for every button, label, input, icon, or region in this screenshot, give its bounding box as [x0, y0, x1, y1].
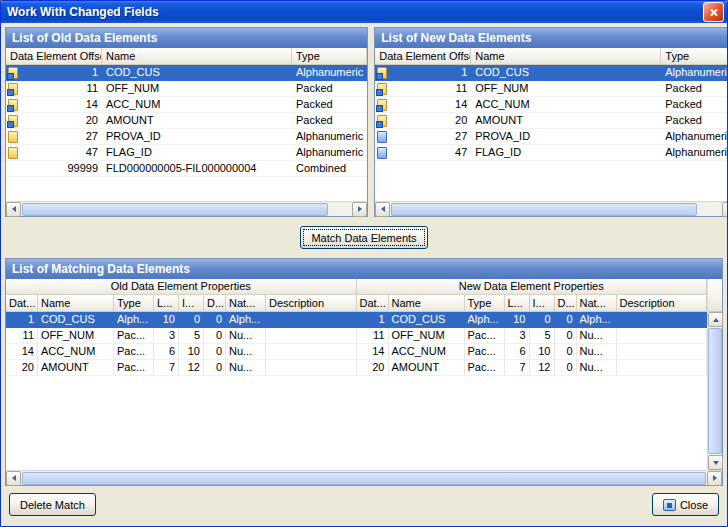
old-col-header-2[interactable]: Type: [114, 295, 154, 311]
old-col-header-4[interactable]: I...: [179, 295, 204, 311]
new-properties-half: 20AMOUNTPac...7120Nu...: [357, 360, 708, 375]
key-field-icon: [377, 99, 387, 111]
delete-match-button[interactable]: Delete Match: [9, 493, 96, 516]
new-col-name[interactable]: Name: [471, 48, 661, 64]
matching-panel-title: List of Matching Data Elements: [6, 259, 722, 279]
offset-cell: 1: [375, 65, 471, 80]
type-cell: Alphanumeric: [661, 129, 728, 144]
new-properties-half: 1COD_CUSAlph...1000Alph...: [357, 312, 708, 327]
old-name-cell: ACC_NUM: [38, 344, 114, 359]
old-col-offset[interactable]: Data Element Offset: [6, 48, 102, 64]
old-i-cell: 10: [179, 344, 204, 359]
matching-vertical-scrollbar[interactable]: [707, 279, 722, 470]
offset-value: 20: [86, 113, 98, 128]
new-list-row[interactable]: 27PROVA_IDAlphanumeric: [375, 129, 728, 145]
new-data-elements-panel: List of New Data Elements Data Element O…: [374, 27, 728, 217]
old-nat-cell: Nu...: [226, 328, 266, 343]
type-cell: Alphanumeric: [292, 145, 367, 160]
scroll-left-button[interactable]: [6, 471, 21, 486]
close-window-button[interactable]: [703, 2, 724, 22]
scroll-thumb[interactable]: [708, 328, 722, 454]
old-list-row[interactable]: 20AMOUNTPacked: [6, 113, 367, 129]
old-list-row[interactable]: 11OFF_NUMPacked: [6, 81, 367, 97]
scroll-left-button[interactable]: [375, 202, 390, 217]
old-col-header-3[interactable]: L...: [154, 295, 179, 311]
new-col-header-3[interactable]: L...: [505, 295, 530, 311]
new-col-header-0[interactable]: Dat...: [357, 295, 389, 311]
new-col-header-5[interactable]: D...: [555, 295, 577, 311]
old-col-header-7[interactable]: Description: [266, 295, 357, 311]
old-i-cell: 5: [179, 328, 204, 343]
scroll-left-button[interactable]: [6, 202, 21, 217]
scroll-thumb[interactable]: [391, 203, 697, 216]
new-list-row[interactable]: 1COD_CUSAlphanumeric: [375, 65, 728, 81]
old-list-row[interactable]: 1COD_CUSAlphanumeric: [6, 65, 367, 81]
new-col-header-7[interactable]: Description: [617, 295, 708, 311]
name-cell: PROVA_ID: [102, 129, 292, 144]
new-col-header-1[interactable]: Name: [389, 295, 465, 311]
offset-value: 27: [86, 129, 98, 144]
matching-data-elements-panel: List of Matching Data Elements Old Data …: [5, 258, 723, 486]
old-dat-cell: 1: [6, 312, 38, 327]
scroll-down-button[interactable]: [708, 455, 723, 470]
new-horizontal-scrollbar[interactable]: [375, 201, 728, 216]
scrollbar-header-filler: [708, 279, 722, 312]
old-col-header-6[interactable]: Nat...: [226, 295, 266, 311]
matching-row[interactable]: 1COD_CUSAlph...1000Alph...1COD_CUSAlph..…: [6, 312, 707, 328]
old-desc-cell: [266, 312, 357, 327]
scroll-thumb[interactable]: [22, 472, 706, 485]
new-col-type[interactable]: Type: [661, 48, 728, 64]
old-list-row[interactable]: 47FLAG_IDAlphanumeric: [6, 145, 367, 161]
name-cell: AMOUNT: [471, 113, 661, 128]
old-col-name[interactable]: Name: [102, 48, 292, 64]
old-list-row[interactable]: 14ACC_NUMPacked: [6, 97, 367, 113]
new-l-cell: 6: [505, 344, 530, 359]
new-nat-cell: Alph...: [577, 312, 617, 327]
scroll-right-button[interactable]: [722, 202, 728, 217]
field-new-icon: [377, 131, 387, 143]
new-col-header-6[interactable]: Nat...: [577, 295, 617, 311]
new-col-header-2[interactable]: Type: [465, 295, 505, 311]
scroll-right-button[interactable]: [352, 202, 367, 217]
new-list-header: Data Element Offset Name Type: [375, 48, 728, 65]
new-list-row[interactable]: 11OFF_NUMPacked: [375, 81, 728, 97]
old-properties-group-header: Old Data Element Properties: [6, 279, 357, 294]
new-list-row[interactable]: 47FLAG_IDAlphanumeric: [375, 145, 728, 161]
matching-row[interactable]: 14ACC_NUMPac...6100Nu...14ACC_NUMPac...6…: [6, 344, 707, 360]
old-horizontal-scrollbar[interactable]: [6, 201, 367, 216]
old-nat-cell: Nu...: [226, 344, 266, 359]
old-col-header-5[interactable]: D...: [204, 295, 226, 311]
title-bar[interactable]: Work With Changed Fields: [1, 1, 727, 23]
new-list-row[interactable]: 14ACC_NUMPacked: [375, 97, 728, 113]
old-desc-cell: [266, 360, 357, 375]
old-type-cell: Alph...: [114, 312, 154, 327]
match-data-elements-button[interactable]: Match Data Elements: [300, 226, 427, 249]
old-col-type[interactable]: Type: [292, 48, 367, 64]
scroll-thumb[interactable]: [22, 203, 328, 216]
new-list-row[interactable]: 20AMOUNTPacked: [375, 113, 728, 129]
name-cell: OFF_NUM: [102, 81, 292, 96]
scroll-right-button[interactable]: [707, 471, 722, 486]
footer: Delete Match Close: [5, 489, 723, 522]
new-properties-half: 11OFF_NUMPac...350Nu...: [357, 328, 708, 343]
key-field-icon: [8, 99, 18, 111]
matching-row[interactable]: 20AMOUNTPac...7120Nu...20AMOUNTPac...712…: [6, 360, 707, 376]
matching-row[interactable]: 11OFF_NUMPac...350Nu...11OFF_NUMPac...35…: [6, 328, 707, 344]
new-name-cell: AMOUNT: [389, 360, 465, 375]
new-col-header-4[interactable]: I...: [530, 295, 555, 311]
close-button[interactable]: Close: [652, 493, 719, 516]
old-name-cell: OFF_NUM: [38, 328, 114, 343]
offset-cell: 14: [375, 97, 471, 112]
new-col-offset[interactable]: Data Element Offset: [375, 48, 471, 64]
offset-value: 11: [456, 81, 467, 96]
old-list-row[interactable]: 99999FLD000000005-FIL000000004Combined: [6, 161, 367, 177]
old-list-header: Data Element Offset Name Type: [6, 48, 367, 65]
old-col-header-0[interactable]: Dat...: [6, 295, 38, 311]
old-list-row[interactable]: 27PROVA_IDAlphanumeric: [6, 129, 367, 145]
matching-horizontal-scrollbar[interactable]: [6, 470, 722, 485]
new-type-cell: Pac...: [465, 344, 505, 359]
old-col-header-1[interactable]: Name: [38, 295, 114, 311]
scroll-up-button[interactable]: [708, 312, 723, 327]
old-name-cell: AMOUNT: [38, 360, 114, 375]
old-l-cell: 10: [154, 312, 179, 327]
